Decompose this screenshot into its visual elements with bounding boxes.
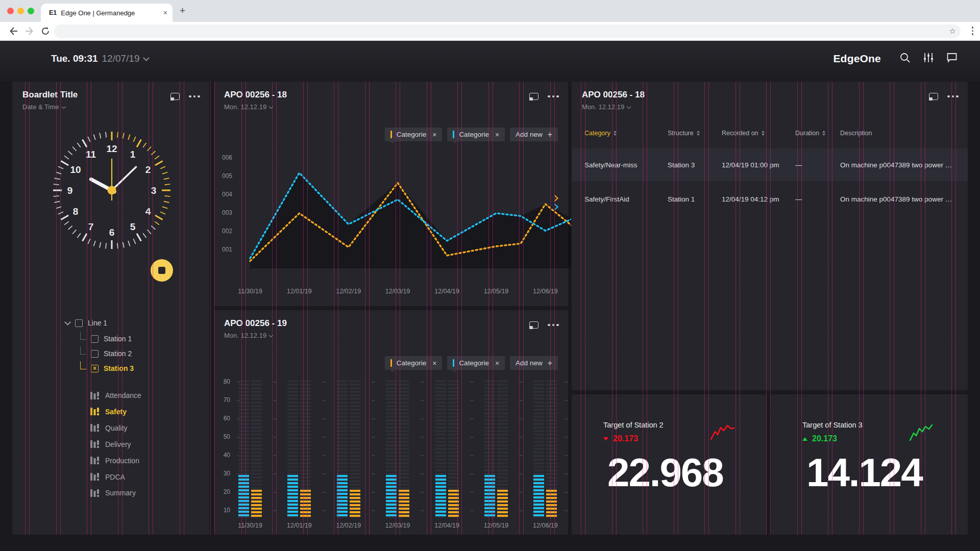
menu-item-delivery[interactable]: Delivery — [90, 438, 131, 451]
checkbox[interactable]: × — [91, 365, 99, 372]
remove-tag-icon[interactable]: × — [432, 131, 436, 139]
add-new-tag-button[interactable]: Add new+ — [510, 356, 558, 370]
bar-plot — [234, 377, 571, 530]
tree-item-station[interactable]: Station 1 — [80, 332, 132, 345]
sort-icon[interactable] — [822, 131, 825, 136]
bar — [238, 475, 249, 518]
back-icon[interactable] — [8, 26, 18, 38]
x-axis-label: 12/06/19 — [525, 288, 566, 295]
traffic-light-close[interactable] — [7, 8, 14, 14]
remove-tag-icon[interactable]: × — [432, 359, 436, 367]
menu-item-quality[interactable]: Quality — [90, 421, 128, 435]
category-tag[interactable]: Categorie× — [447, 356, 505, 370]
reload-icon[interactable] — [41, 27, 50, 38]
more-options-icon[interactable] — [947, 95, 959, 98]
column-header-recorded-on[interactable]: Recorded on — [722, 130, 795, 137]
chevron-down-icon[interactable] — [143, 55, 150, 61]
menu-item-summary[interactable]: Summary — [90, 486, 136, 499]
more-options-icon[interactable] — [548, 95, 559, 98]
grid-tick — [322, 455, 326, 456]
bar — [287, 475, 298, 518]
boardlet-date-select[interactable]: Mon. 12.12.19 — [582, 103, 630, 111]
bar — [448, 490, 459, 518]
column-header-duration[interactable]: Duration — [795, 130, 840, 137]
menu-item-label: PDCA — [105, 473, 125, 481]
table-row[interactable]: Safety/FirstAidStation 112/04/19 04:12 p… — [572, 181, 968, 217]
category-tag[interactable]: Categorie× — [385, 128, 443, 141]
remove-tag-icon[interactable]: × — [495, 131, 499, 139]
tab-close-icon[interactable]: × — [163, 9, 167, 17]
table-row[interactable]: Safety/Near-missStation 312/04/19 01:00 … — [572, 148, 968, 181]
category-tag[interactable]: Categorie× — [385, 356, 443, 370]
y-axis-label: 70 — [215, 396, 230, 404]
checkbox[interactable] — [75, 319, 83, 327]
topbar-time: Tue. 09:31 — [51, 53, 98, 64]
category-tag[interactable]: Categorie× — [447, 128, 505, 141]
menu-item-safety[interactable]: Safety — [90, 405, 127, 418]
forward-icon[interactable] — [24, 26, 35, 38]
menu-item-attendance[interactable]: Attendance — [90, 389, 141, 402]
chevron-down-icon[interactable] — [64, 319, 71, 325]
grid-tick — [273, 382, 277, 383]
more-options-icon[interactable] — [189, 95, 200, 98]
tree-item-station[interactable]: Station 2 — [80, 347, 132, 360]
url-bar[interactable]: ☆ — [54, 24, 961, 38]
bar — [533, 475, 544, 518]
topbar-datetime[interactable]: Tue. 09:31 12/07/19 — [51, 53, 149, 64]
sort-icon[interactable] — [762, 131, 765, 136]
bookmark-star-icon[interactable]: ☆ — [949, 27, 956, 36]
new-tab-button[interactable]: + — [180, 5, 185, 16]
remove-tag-icon[interactable]: × — [495, 359, 499, 367]
browser-menu-icon[interactable] — [972, 27, 974, 35]
kpi-delta-value: 20.173 — [613, 434, 638, 443]
resize-boardlet-icon[interactable] — [929, 93, 938, 100]
svg-text:1: 1 — [130, 148, 136, 159]
checkbox[interactable] — [91, 350, 99, 358]
checkbox[interactable] — [91, 335, 99, 343]
y-axis-label: 002 — [215, 228, 232, 235]
sort-up-arrow — [762, 131, 765, 133]
grid-tick — [372, 418, 375, 419]
resize-boardlet-icon[interactable] — [170, 93, 180, 100]
column-header-structure[interactable]: Structure — [668, 130, 722, 137]
sort-icon[interactable] — [697, 131, 700, 136]
add-new-label: Add new — [516, 359, 543, 367]
add-new-tag-button[interactable]: Add new+ — [510, 128, 558, 141]
svg-text:2: 2 — [145, 164, 151, 175]
chevron-down-icon — [269, 104, 273, 108]
bar — [497, 490, 508, 518]
tree-item-label: Station 3 — [104, 364, 134, 372]
chat-icon[interactable] — [946, 53, 958, 65]
chevron-down-icon — [269, 333, 273, 337]
category-tags: Categorie×Categorie×Add new+ — [385, 128, 558, 141]
tag-color-bar — [453, 359, 454, 367]
x-axis-label: 11/30/19 — [230, 288, 271, 295]
boardlet-type-select[interactable]: Date & Time — [22, 103, 65, 111]
sort-icon[interactable] — [614, 131, 617, 136]
boardlet-subtitle: Mon. 12.12.19 — [224, 332, 266, 339]
browser-tab[interactable]: E1 Edge One | Germanedge × — [41, 4, 173, 22]
tree-item-station[interactable]: ×Station 3 — [80, 362, 134, 375]
grid-tick — [519, 382, 523, 383]
more-options-icon[interactable] — [548, 324, 559, 327]
record-stop-button[interactable] — [151, 259, 173, 282]
traffic-light-zoom[interactable] — [28, 8, 34, 14]
svg-text:7: 7 — [88, 221, 94, 232]
boardlet-date-select[interactable]: Mon. 12.12.19 — [224, 103, 273, 111]
boardlet-clock: Boardlet Title Date & Time 1234567891011… — [12, 82, 209, 535]
traffic-light-minimize[interactable] — [17, 8, 24, 14]
resize-boardlet-icon[interactable] — [529, 93, 538, 100]
search-icon[interactable] — [899, 52, 911, 65]
grid-tick — [519, 473, 523, 474]
grid-tick — [322, 510, 326, 511]
grid-tick — [565, 437, 568, 438]
boardlet-date-select[interactable]: Mon. 12.12.19 — [224, 332, 273, 339]
column-header-label: Structure — [668, 130, 694, 137]
tree-item-root[interactable]: Line 1 — [65, 316, 107, 330]
column-header-category[interactable]: Category — [584, 130, 668, 137]
menu-item-production[interactable]: Production — [90, 454, 139, 467]
filters-icon[interactable] — [923, 53, 934, 65]
menu-item-pdca[interactable]: PDCA — [90, 470, 125, 484]
dashboard-grid-icon — [90, 489, 99, 497]
resize-boardlet-icon[interactable] — [529, 321, 538, 329]
